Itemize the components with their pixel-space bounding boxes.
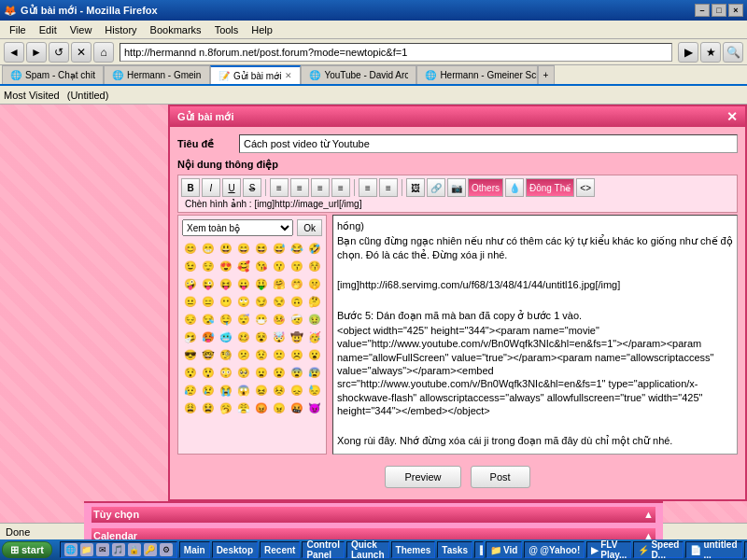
smiley-item[interactable]: 😲: [200, 364, 217, 381]
smiley-item[interactable]: 😕: [235, 346, 252, 363]
smiley-item[interactable]: 🤧: [182, 329, 199, 345]
menu-help[interactable]: Help: [246, 22, 278, 37]
bookmark-most-visited[interactable]: Most Visited: [4, 90, 60, 101]
smiley-item[interactable]: 😊: [182, 240, 199, 257]
smiley-item[interactable]: 😱: [235, 382, 252, 399]
smiley-item[interactable]: 😨: [289, 364, 305, 381]
smiley-item[interactable]: 🥺: [235, 364, 252, 381]
taskbar-recent[interactable]: Recent: [260, 541, 300, 558]
menu-edit[interactable]: Edit: [34, 22, 63, 37]
align-right-button[interactable]: ≡: [311, 178, 330, 197]
smiley-item[interactable]: 🥴: [235, 329, 252, 345]
image2-button[interactable]: 📷: [447, 178, 466, 197]
smiley-item[interactable]: 😡: [253, 399, 270, 416]
justify-button[interactable]: ≡: [331, 178, 350, 197]
smiley-item[interactable]: 🤣: [306, 240, 323, 257]
smiley-item[interactable]: 🤓: [200, 346, 217, 363]
taskbar-main[interactable]: Main: [179, 541, 210, 558]
smiley-item[interactable]: 🥵: [200, 329, 217, 345]
smiley-item[interactable]: 😄: [235, 240, 252, 257]
smiley-item[interactable]: 😜: [200, 275, 217, 292]
menu-view[interactable]: View: [64, 22, 98, 37]
smiley-item[interactable]: 🤕: [289, 311, 305, 328]
taskbar-quick-launch[interactable]: Quick Launch: [346, 541, 389, 558]
quick-icon-5[interactable]: 🔒: [128, 543, 141, 556]
bookmark-untitled[interactable]: (Untitled): [67, 90, 109, 101]
smiley-item[interactable]: 😔: [182, 311, 199, 328]
smiley-item[interactable]: 😧: [271, 364, 288, 381]
smiley-item[interactable]: 😆: [253, 240, 270, 257]
menu-tools[interactable]: Tools: [209, 22, 245, 37]
smiley-item[interactable]: 😈: [306, 399, 323, 416]
smiley-item[interactable]: 😮: [306, 346, 323, 363]
taskbar-desktop[interactable]: Desktop: [212, 541, 258, 558]
smiley-item[interactable]: 😍: [218, 258, 234, 274]
source-button[interactable]: <>: [576, 178, 595, 197]
close-button[interactable]: ×: [728, 4, 743, 17]
align-center-button[interactable]: ≡: [290, 178, 309, 197]
smiley-item[interactable]: 😑: [200, 293, 217, 310]
smiley-item[interactable]: 🤑: [253, 275, 270, 292]
dong-the-button[interactable]: Đông Thế: [526, 178, 574, 197]
text-editor[interactable]: hồng)Bạn cũng đừng ngạc nhiên nếu như có…: [332, 215, 738, 455]
italic-button[interactable]: I: [202, 178, 220, 197]
smiley-item[interactable]: 🤒: [271, 311, 288, 328]
smiley-item[interactable]: 😞: [289, 382, 305, 399]
go-button[interactable]: ▶: [678, 42, 698, 63]
tab-spam[interactable]: 🌐 Spam - Chạt chit: [2, 65, 104, 84]
underline-button[interactable]: U: [222, 178, 241, 197]
tab-send-post[interactable]: 📝 Gửi bài mới ✕: [210, 65, 301, 84]
smiley-item[interactable]: 😂: [289, 240, 305, 257]
smiley-item[interactable]: 😴: [235, 311, 252, 328]
bookmark-star[interactable]: ★: [700, 42, 721, 63]
dialog-close-button[interactable]: ✕: [726, 109, 738, 124]
taskbar-item-speed[interactable]: ⚡ Speed D...: [633, 541, 684, 558]
taskbar-item-sendpost[interactable]: 📝 Gửi bài...: [474, 541, 484, 558]
minimize-button[interactable]: –: [695, 4, 710, 17]
post-button[interactable]: Post: [471, 466, 530, 488]
smiley-item[interactable]: 🧐: [218, 346, 234, 363]
smiley-item[interactable]: 😏: [253, 293, 270, 310]
smiley-item[interactable]: 😵: [253, 329, 270, 345]
smiley-category-select[interactable]: Xem toàn bộ: [182, 219, 293, 236]
reload-button[interactable]: ↺: [49, 42, 69, 63]
smiley-item[interactable]: 😘: [253, 258, 270, 274]
smiley-item[interactable]: 🙄: [235, 293, 252, 310]
preview-button[interactable]: Preview: [385, 466, 460, 488]
taskbar-control-panel[interactable]: Control Panel: [302, 541, 345, 558]
smiley-item[interactable]: ☹️: [289, 346, 305, 363]
tab-youtube[interactable]: 🌐 YouTube - David Archuleta-I...: [301, 65, 416, 84]
smiley-item[interactable]: 🤗: [271, 275, 288, 292]
smiley-item[interactable]: 😗: [271, 258, 288, 274]
menu-bookmarks[interactable]: Bookmarks: [145, 22, 207, 37]
smiley-item[interactable]: 😰: [306, 364, 323, 381]
smiley-item[interactable]: 🥶: [218, 329, 234, 345]
taskbar-item-untitled[interactable]: 📄 untitled ...: [685, 541, 741, 558]
smiley-item[interactable]: 😒: [271, 293, 288, 310]
stop-button[interactable]: ✕: [71, 42, 92, 63]
smiley-item[interactable]: 😤: [235, 399, 252, 416]
tab-new[interactable]: +: [538, 65, 555, 84]
smiley-item[interactable]: 😓: [306, 382, 323, 399]
quick-icon-1[interactable]: 🌐: [64, 543, 78, 556]
others-button[interactable]: Others: [468, 178, 503, 197]
smiley-item[interactable]: 🤤: [218, 311, 234, 328]
smiley-item[interactable]: 😛: [235, 275, 252, 292]
smiley-item[interactable]: 🤯: [271, 329, 288, 345]
smiley-item[interactable]: 😪: [200, 311, 217, 328]
smiley-item[interactable]: 😩: [182, 399, 199, 416]
smiley-item[interactable]: 🤠: [289, 329, 305, 345]
align-left-button[interactable]: ≡: [270, 178, 289, 197]
smiley-item[interactable]: 😌: [200, 258, 217, 274]
smiley-item[interactable]: 😳: [218, 364, 234, 381]
list-button[interactable]: ≡: [359, 178, 377, 197]
smiley-item[interactable]: 🥰: [235, 258, 252, 274]
smiley-item[interactable]: 😦: [253, 364, 270, 381]
smiley-item[interactable]: 😙: [289, 258, 305, 274]
water-button[interactable]: 💧: [505, 178, 524, 197]
image-button[interactable]: 🖼: [406, 178, 425, 197]
taskbar-themes[interactable]: Themes: [391, 541, 436, 558]
smiley-item[interactable]: 🥱: [218, 399, 234, 416]
smiley-item[interactable]: 😟: [253, 346, 270, 363]
smiley-item[interactable]: 😃: [218, 240, 234, 257]
